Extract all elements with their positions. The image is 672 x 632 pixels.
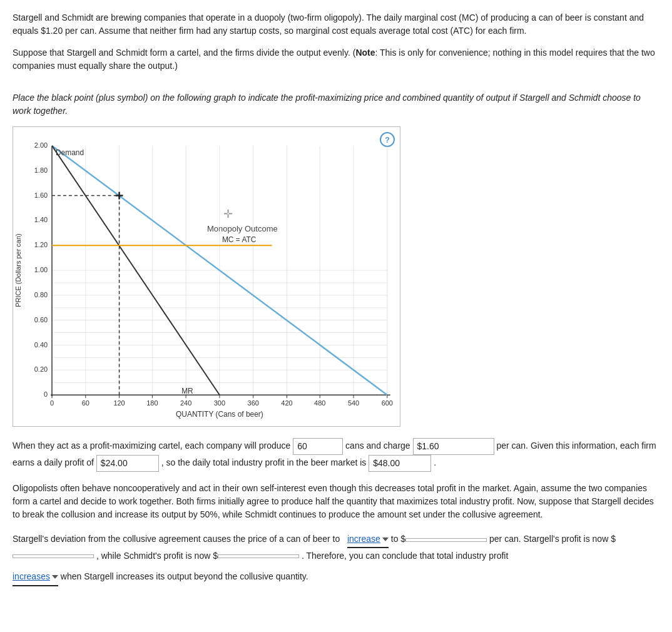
therefore-label: . Therefore, you can conclude that total…: [302, 551, 508, 561]
industry-profit-input[interactable]: $48.00: [369, 455, 431, 472]
dropdown-arrow-icon: [382, 538, 389, 541]
svg-text:0: 0: [44, 390, 48, 398]
deviation-price-input[interactable]: [405, 538, 487, 542]
svg-text:QUANTITY (Cans of beer): QUANTITY (Cans of beer): [176, 410, 263, 419]
cartel-section: Suppose that Stargell and Schmidt form a…: [13, 46, 659, 73]
price-dollar: $: [400, 534, 405, 544]
svg-text:60: 60: [82, 399, 89, 407]
svg-text:1.60: 1.60: [34, 191, 48, 199]
increases-dropdown-value: increases: [13, 569, 50, 584]
profit-input[interactable]: $24.00: [96, 455, 159, 472]
cans-input[interactable]: 60: [293, 438, 343, 455]
cartel-results-line1: When they act as a profit-maximizing car…: [13, 438, 659, 472]
deviation-line1: Stargell's deviation from the collusive …: [13, 531, 659, 564]
svg-text:480: 480: [314, 399, 325, 407]
increase-dropdown-value: increase: [347, 531, 380, 547]
deviation-section: Stargell's deviation from the collusive …: [13, 531, 659, 586]
oligopoly-section: Oligopolists often behave noncooperative…: [13, 482, 659, 521]
increase-dropdown[interactable]: increase: [347, 531, 389, 548]
cartel-results-section: When they act as a profit-maximizing car…: [13, 438, 659, 472]
graph-instruction: Place the black point (plus symbol) on t…: [13, 91, 659, 118]
svg-text:180: 180: [146, 399, 158, 407]
svg-text:Demand: Demand: [56, 148, 84, 157]
svg-text:MC = ATC: MC = ATC: [222, 235, 257, 244]
while-label: , while Schmidt's profit is now: [96, 551, 213, 561]
when-label: when Stargell increases its output beyon…: [61, 572, 308, 582]
svg-text:240: 240: [180, 399, 191, 407]
svg-text:0.20: 0.20: [34, 365, 48, 373]
svg-text:0.40: 0.40: [34, 341, 48, 349]
cartel-paragraph: Suppose that Stargell and Schmidt form a…: [13, 46, 659, 73]
svg-text:360: 360: [248, 399, 259, 407]
svg-text:300: 300: [214, 399, 225, 407]
industry-prefix: , so the daily total industry profit in …: [161, 457, 367, 467]
svg-text:MR: MR: [181, 387, 193, 395]
schmidt-profit-input[interactable]: [218, 554, 299, 558]
to-label: to: [391, 534, 401, 544]
svg-text:0: 0: [50, 399, 54, 407]
note-bold: Note: [355, 48, 375, 58]
oligopoly-text: Oligopolists often behave noncooperative…: [13, 482, 659, 521]
svg-text:120: 120: [113, 399, 125, 407]
per-can-suffix: per can. Stargell's profit is now: [489, 534, 611, 544]
svg-text:600: 600: [382, 399, 393, 407]
svg-text:2.00: 2.00: [34, 141, 48, 149]
svg-text:420: 420: [281, 399, 292, 407]
schmidt-dollar: $: [213, 551, 218, 561]
industry-suffix: .: [434, 457, 436, 467]
svg-text:1.40: 1.40: [34, 216, 48, 223]
svg-text:1.00: 1.00: [34, 266, 48, 273]
dropdown2-arrow-icon: [52, 575, 58, 579]
graph-instruction-section: Place the black point (plus symbol) on t…: [13, 91, 659, 118]
deviation-prefix: Stargell's deviation from the collusive …: [13, 534, 340, 544]
stargell-profit-input[interactable]: [13, 554, 94, 558]
profit-dollar: $: [611, 534, 616, 544]
intro-section: Stargell and Schmidt are brewing compani…: [13, 11, 659, 38]
intro-paragraph1: Stargell and Schmidt are brewing compani…: [13, 11, 659, 38]
svg-text:0.80: 0.80: [34, 291, 48, 298]
svg-text:PRICE (Dollars per can): PRICE (Dollars per can): [14, 233, 22, 307]
cans-label: cans and charge: [345, 441, 410, 451]
svg-text:540: 540: [348, 399, 359, 407]
chart-svg: 0 0.20 0.40 0.60 0.80 1.00 1.20 1.40 1.6…: [13, 127, 400, 426]
svg-text:1.20: 1.20: [34, 241, 48, 248]
increases-dropdown[interactable]: increases: [13, 569, 58, 586]
graph-container: ? ✛ Monopoly Outcome: [13, 126, 400, 427]
svg-text:1.80: 1.80: [34, 166, 48, 174]
price-input[interactable]: $1.60: [413, 438, 494, 455]
deviation-line2: increases when Stargell increases its ou…: [13, 569, 659, 586]
svg-text:0.60: 0.60: [34, 316, 48, 324]
cartel-prefix: When they act as a profit-maximizing car…: [13, 441, 290, 451]
